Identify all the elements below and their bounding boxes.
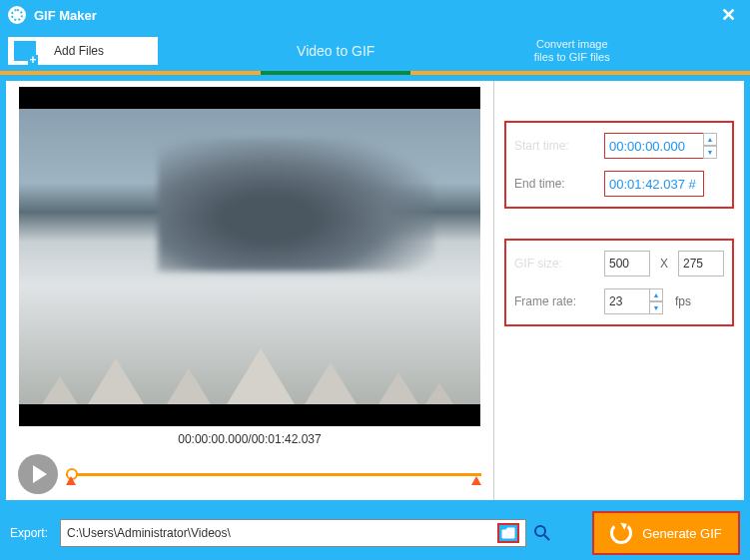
svg-point-0: [535, 526, 545, 536]
start-time-spinner[interactable]: ▲▼: [703, 133, 717, 159]
play-button[interactable]: [18, 454, 58, 494]
size-fps-group: GIF size: X Frame rate: ▲▼ fps: [504, 239, 734, 326]
tab-label-line2: files to GIF files: [454, 51, 691, 64]
tab-label-line1: Convert image: [454, 38, 691, 51]
time-range-group: Start time: ▲▼ End time:: [504, 121, 734, 209]
titlebar: GIF Maker ✕: [0, 0, 750, 31]
add-files-icon: [14, 41, 36, 61]
end-time-input[interactable]: [604, 171, 704, 197]
end-time-label: End time:: [514, 177, 604, 191]
tab-convert-images[interactable]: Convert image files to GIF files: [454, 31, 691, 71]
tab-video-to-gif[interactable]: Video to GIF: [218, 31, 454, 71]
add-files-button[interactable]: Add Files: [8, 37, 158, 65]
fps-unit: fps: [675, 294, 691, 308]
start-time-input[interactable]: [604, 133, 704, 159]
app-title: GIF Maker: [34, 8, 97, 23]
height-input[interactable]: [678, 251, 724, 277]
time-display: 00:00:00.000/00:01:42.037: [14, 432, 485, 446]
fps-input[interactable]: [604, 288, 650, 314]
generate-gif-button[interactable]: Generate GIF: [592, 511, 740, 555]
top-toolbar: Add Files Video to GIF Convert image fil…: [0, 31, 750, 71]
refresh-icon: [610, 522, 632, 544]
gif-size-label: GIF size:: [514, 257, 604, 271]
tab-label: Video to GIF: [218, 43, 454, 59]
export-label: Export:: [10, 526, 48, 540]
preview-pane: 00:00:00.000/00:01:42.037: [6, 81, 494, 500]
video-preview[interactable]: [19, 87, 480, 426]
main-panel: 00:00:00.000/00:01:42.037 Start time: ▲▼: [6, 81, 744, 500]
start-time-label: Start time:: [514, 139, 604, 153]
start-marker[interactable]: [66, 476, 76, 485]
generate-label: Generate GIF: [642, 526, 721, 541]
footer-bar: Export: C:\Users\Administrator\Videos\ G…: [0, 506, 750, 560]
width-input[interactable]: [604, 251, 650, 277]
add-files-label: Add Files: [54, 44, 104, 58]
frame-rate-label: Frame rate:: [514, 294, 604, 308]
svg-line-1: [544, 535, 549, 540]
fps-spinner[interactable]: ▲▼: [649, 288, 663, 314]
settings-pane: Start time: ▲▼ End time: GIF size: X: [494, 81, 744, 500]
export-path-input[interactable]: C:\Users\Administrator\Videos\: [60, 519, 526, 547]
app-window: GIF Maker ✕ Add Files Video to GIF Conve…: [0, 0, 750, 560]
app-logo-icon: [8, 6, 26, 24]
playback-controls: [14, 454, 485, 494]
timeline-slider[interactable]: [66, 464, 481, 484]
size-separator: X: [660, 257, 668, 271]
export-path-text: C:\Users\Administrator\Videos\: [67, 526, 231, 540]
browse-folder-icon[interactable]: [497, 523, 519, 543]
end-marker[interactable]: [471, 476, 481, 485]
close-icon[interactable]: ✕: [715, 4, 742, 26]
magnify-icon[interactable]: [532, 523, 552, 543]
